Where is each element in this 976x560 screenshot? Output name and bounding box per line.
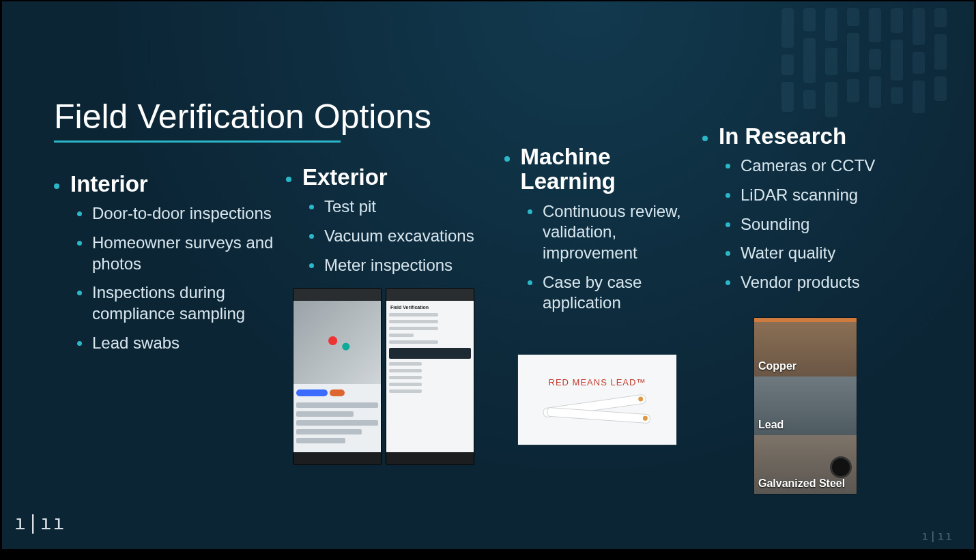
list-item: Continuous review, validation, improveme… <box>528 201 702 264</box>
slide: Field Verification Options Interior Door… <box>2 1 974 549</box>
bullet-icon <box>286 177 291 182</box>
material-galvanized-steel: Galvanized Steel <box>754 435 857 494</box>
app-screenshots: Field Verification <box>293 288 504 465</box>
material-copper: Copper <box>754 318 857 377</box>
list-item: LiDAR scanning <box>726 185 928 206</box>
logo-bottom-left-icon: ı|ıı <box>14 512 66 534</box>
section-in-research: In Research Cameras or CCTV LiDAR scanni… <box>716 124 941 529</box>
list-item: Vacuum excavations <box>309 226 504 247</box>
list-item: Sounding <box>726 214 928 235</box>
phone-map-view <box>293 288 382 465</box>
section-exterior: Exterior Test pit Vacuum excavations Met… <box>300 124 518 529</box>
section-interior: Interior Door-to-door inspections Homeow… <box>68 124 300 529</box>
list-item: Cameras or CCTV <box>726 156 928 177</box>
section-heading: Interior <box>70 172 148 196</box>
image-caption: RED MEANS LEAD™ <box>549 377 646 387</box>
list-item: Vendor products <box>726 272 928 293</box>
list-item: Lead swabs <box>77 333 286 354</box>
bullet-icon <box>504 156 510 162</box>
lead-swab-image: RED MEANS LEAD™ <box>518 355 676 445</box>
list-item: Water quality <box>726 243 928 264</box>
pipe-materials-image: Copper Lead Galvanized Steel <box>754 318 857 494</box>
list-item: Inspections during compliance sampling <box>77 282 286 324</box>
form-title: Field Verification <box>390 305 471 310</box>
phone-form-view: Field Verification <box>386 288 474 465</box>
bullet-icon <box>54 183 59 189</box>
list-item: Test pit <box>309 196 504 218</box>
material-lead: Lead <box>754 377 857 435</box>
section-machine-learning: Machine Learning Continuous review, vali… <box>518 124 716 529</box>
section-heading: Machine Learning <box>521 145 702 194</box>
list-item: Case by case application <box>528 272 702 314</box>
list-item: Homeowner surveys and photos <box>77 233 286 274</box>
bullet-icon <box>702 136 708 141</box>
section-heading: In Research <box>719 124 846 149</box>
decorative-bars <box>781 8 947 117</box>
logo-bottom-right-icon: ı|ıı <box>921 529 953 542</box>
content-columns: Interior Door-to-door inspections Homeow… <box>68 124 947 529</box>
list-item: Meter inspections <box>309 255 504 276</box>
section-heading: Exterior <box>302 165 388 190</box>
list-item: Door-to-door inspections <box>77 203 286 224</box>
